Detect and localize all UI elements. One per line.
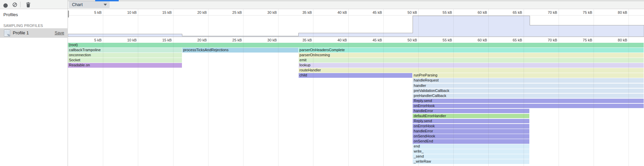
ruler-tick-label: 45 kB (362, 10, 382, 14)
flame-frame[interactable]: handleRequest (413, 78, 644, 83)
ruler-tick-label: 80 kB (607, 10, 627, 14)
flame-frame[interactable]: Reply.send (413, 99, 644, 103)
flame-frame[interactable]: lookup (299, 63, 644, 68)
profiler-panel: Profiles SAMPLING PROFILES Profile 1 Sav… (0, 0, 644, 166)
ruler-tick-label: 35 kB (292, 10, 312, 14)
toolbar-separator (20, 2, 21, 7)
ruler-tick-label: 70 kB (537, 10, 557, 14)
ruler-tick-label: 65 kB (502, 38, 522, 42)
record-icon (3, 3, 8, 8)
sidebar: Profiles SAMPLING PROFILES Profile 1 Sav… (0, 0, 68, 166)
ruler-tick-label: 30 kB (257, 10, 277, 14)
profile-name: Profile 1 (13, 28, 29, 38)
active-tab-indicator (95, 0, 119, 1)
profiles-heading: Profiles (3, 12, 18, 17)
allocation-overview-strip[interactable] (68, 15, 644, 37)
ruler-tick-label: 15 kB (152, 10, 172, 14)
chevron-down-icon (104, 4, 107, 6)
ruler-tick-label: 80 kB (607, 38, 627, 42)
scrollbar-thumb[interactable] (68, 10, 69, 18)
flame-frame[interactable]: onSendEnd (413, 139, 529, 144)
ruler-tick-label: 55 kB (432, 10, 452, 14)
profile-item-profile-1[interactable]: Profile 1 Save (0, 28, 68, 38)
flame-frame[interactable]: Socket (68, 58, 182, 63)
save-profile-link[interactable]: Save (55, 28, 65, 38)
flame-frame[interactable]: onSendHook (413, 134, 529, 139)
flame-frame[interactable]: emit (299, 58, 644, 63)
sidebar-toolbar (0, 0, 68, 9)
view-mode-value: Chart (72, 1, 83, 8)
size-ruler-top: 5 kB10 kB15 kB20 kB25 kB30 kB35 kB40 kB4… (68, 9, 644, 15)
ruler-tick-label: 60 kB (467, 38, 487, 42)
view-mode-select[interactable]: Chart (69, 1, 110, 8)
ruler-tick-label: 75 kB (572, 10, 592, 14)
flame-frame[interactable]: Reply.send (413, 119, 529, 124)
flame-frame[interactable]: handleError (413, 109, 529, 113)
ruler-tick-label: 5 kB (81, 10, 102, 14)
flame-frame[interactable]: runPreParsing (413, 73, 644, 78)
flame-frame[interactable]: onErrorHook (413, 124, 529, 129)
ruler-tick-label: 40 kB (327, 38, 347, 42)
panel-top-divider (68, 1, 644, 1)
record-button[interactable] (1, 1, 9, 8)
flame-chart: (root)callbackTrampolineprocessTicksAndR… (68, 43, 644, 166)
sampling-profiles-heading: SAMPLING PROFILES (3, 24, 43, 28)
flame-frame[interactable]: defaultErrorHandler (413, 114, 529, 119)
ruler-tick-label: 30 kB (257, 38, 277, 42)
ruler-tick-label: 10 kB (116, 10, 137, 14)
flame-frame[interactable]: onconnection (68, 53, 182, 58)
ruler-tick-label: 60 kB (467, 10, 487, 14)
heap-profile-icon (4, 30, 10, 36)
flame-frame[interactable]: child (299, 73, 413, 78)
ruler-tick-label: 10 kB (116, 38, 137, 42)
ruler-tick-label: 50 kB (397, 10, 417, 14)
flame-frame[interactable]: end (413, 144, 529, 149)
flame-frame[interactable]: preHandlerCallback (413, 94, 644, 98)
ruler-tick-label: 25 kB (222, 38, 242, 42)
flame-frame[interactable]: routeHandler (299, 68, 644, 73)
chart-pane: Chart 5 kB10 kB15 kB20 kB25 kB30 kB35 kB… (68, 0, 644, 166)
ruler-tick-label: 20 kB (187, 38, 207, 42)
clear-profiles-button[interactable] (11, 1, 19, 8)
delete-profile-button[interactable] (24, 1, 32, 8)
ruler-tick-label: 50 kB (397, 38, 417, 42)
flame-frame[interactable]: parserOnIncoming (299, 53, 644, 58)
flame-frame[interactable]: handleError (413, 129, 529, 134)
ruler-tick-label: 15 kB (152, 38, 172, 42)
ruler-tick-label: 55 kB (432, 38, 452, 42)
flame-frame[interactable]: callbackTrampoline (68, 48, 182, 53)
flame-frame[interactable]: preValidationCallback (413, 89, 644, 93)
flame-frame[interactable]: processTicksAndRejections (182, 48, 298, 53)
flame-frame[interactable]: (root) (68, 43, 644, 47)
ruler-tick-label: 40 kB (327, 10, 347, 14)
flame-frame[interactable]: parserOnHeadersComplete (299, 48, 644, 53)
trash-icon (26, 2, 31, 7)
flame-frame[interactable]: _writeRaw (413, 159, 529, 164)
flame-frame[interactable]: onErrorHook (413, 104, 644, 108)
ruler-tick-label: 45 kB (362, 38, 382, 42)
ruler-tick-label: 25 kB (222, 10, 242, 14)
overview-silhouette (68, 16, 644, 37)
flame-frame[interactable]: Readable.on (68, 63, 182, 68)
ruler-tick-label: 75 kB (572, 38, 592, 42)
ruler-tick-label: 35 kB (292, 38, 312, 42)
ruler-tick-label: 20 kB (187, 10, 207, 14)
flame-frame[interactable]: _send (413, 154, 529, 159)
ruler-tick-label: 65 kB (502, 10, 522, 14)
ruler-tick-label: 70 kB (537, 38, 557, 42)
flame-frame[interactable]: write_ (413, 149, 529, 154)
clear-ban-icon (12, 2, 17, 7)
flame-frame[interactable]: handler (413, 84, 644, 88)
chart-toolbar: Chart (68, 0, 644, 9)
size-ruler-bottom: 5 kB10 kB15 kB20 kB25 kB30 kB35 kB40 kB4… (68, 37, 644, 43)
ruler-tick-label: 5 kB (81, 38, 102, 42)
